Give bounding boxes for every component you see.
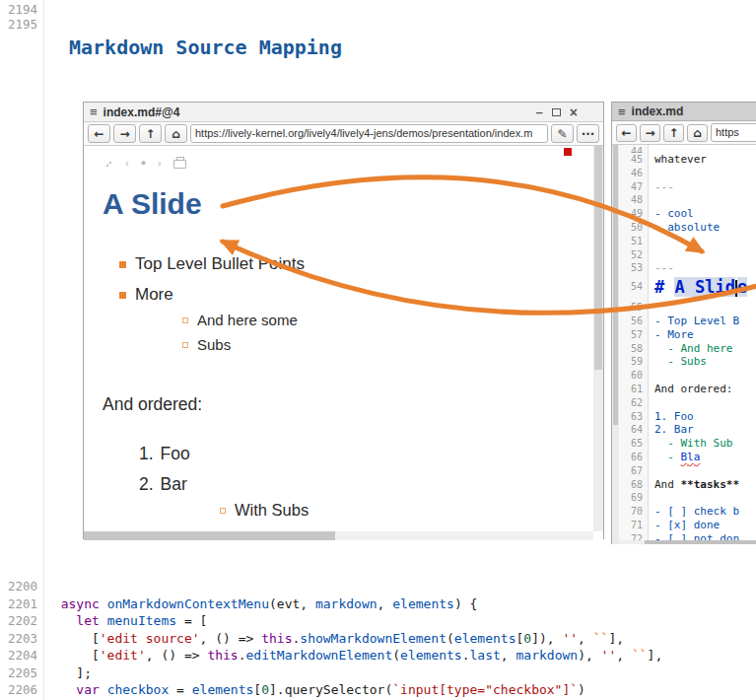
browser-window-source: ≡ index.md ← → ↑ ⌂ https 4445whatever464… — [611, 102, 756, 544]
minimize-icon[interactable]: – — [536, 108, 543, 116]
outer-code-editor[interactable]: async onMarkdownContextMenu(evt, markdow… — [45, 578, 756, 699]
list-number: 2. — [139, 474, 154, 495]
list-item-label: Bar — [161, 474, 187, 495]
line-number: 2203 — [0, 630, 37, 648]
code-line — [45, 578, 756, 595]
paragraph: And ordered: — [103, 394, 202, 415]
source-line: 60 — [619, 369, 756, 383]
print-icon[interactable] — [173, 160, 186, 169]
line-number: 63 — [619, 410, 649, 424]
up-button[interactable]: ↑ — [139, 124, 162, 143]
horizontal-scrollbar[interactable] — [619, 540, 756, 544]
source-lines: 4445whatever4647---4849- cool50 absolute… — [619, 145, 756, 544]
list-item-label: Subs — [197, 336, 231, 353]
list-item: Subs — [182, 336, 231, 353]
code-line: ]; — [45, 665, 756, 682]
unsaved-indicator — [564, 148, 572, 156]
line-number: 2205 — [0, 665, 37, 682]
slide-dot-icon[interactable]: ● — [141, 158, 146, 168]
horizontal-scrollbar[interactable] — [84, 531, 593, 540]
list-item-label: Foo — [161, 444, 190, 464]
outer-gutter-bottom: 2200220122022203220422052206 — [0, 578, 37, 699]
vertical-scrollbar[interactable] — [612, 145, 619, 544]
up-button[interactable]: ↑ — [663, 124, 684, 142]
window-titlebar[interactable]: ≡ index.md#@4 – × — [84, 103, 603, 122]
code-line: var checkbox = elements[0].querySelector… — [45, 681, 756, 699]
line-number: 67 — [619, 464, 649, 478]
source-editor-area[interactable]: 4445whatever4647---4849- cool50 absolute… — [612, 145, 756, 544]
prev-slide-icon[interactable]: ‹ — [125, 157, 129, 169]
source-line: 49- cool — [619, 207, 756, 221]
bullet-square-icon — [119, 292, 126, 299]
source-line: 65 - With Sub — [619, 437, 756, 451]
list-item: With Subs — [220, 501, 309, 520]
scrollbar-thumb[interactable] — [594, 146, 602, 370]
line-number: 51 — [619, 235, 649, 248]
back-button[interactable]: ← — [616, 124, 637, 142]
close-icon[interactable]: × — [570, 105, 578, 120]
menu-icon[interactable]: ≡ — [90, 105, 98, 119]
source-line: 67 — [619, 464, 756, 478]
source-line: 62 — [619, 396, 756, 410]
embedded-screenshot: ≡ index.md#@4 – × ← → ↑ ⌂ https://lively… — [83, 102, 756, 544]
line-number: 2206 — [0, 681, 37, 699]
edit-button[interactable]: ✎ — [551, 124, 574, 143]
home-button[interactable]: ⌂ — [687, 124, 708, 142]
navigation-bar: ← → ↑ ⌂ https://lively-kernel.org/lively… — [84, 122, 603, 146]
list-item-label: And here some — [197, 312, 298, 328]
source-line: 69 — [619, 491, 756, 505]
forward-button[interactable]: → — [113, 124, 136, 143]
list-item-label: Top Level Bullet Points — [135, 254, 305, 274]
source-line: 54# A Slide — [619, 275, 756, 301]
source-line: 48 — [619, 193, 756, 207]
line-number: 65 — [619, 437, 649, 451]
source-line: 70- [ ] check b — [619, 505, 756, 519]
line-number: 47 — [619, 180, 649, 194]
line-number: 71 — [619, 519, 649, 532]
ordered-list-item: 1. Foo — [139, 444, 190, 464]
line-number: 2202 — [0, 612, 37, 630]
browser-window-rendered: ≡ index.md#@4 – × ← → ↑ ⌂ https://lively… — [83, 102, 604, 539]
source-line: 50 absolute — [619, 221, 756, 235]
line-number: 56 — [619, 315, 649, 328]
more-button[interactable]: ··· — [577, 124, 599, 143]
scrollbar-thumb[interactable] — [645, 540, 756, 544]
url-input[interactable]: https://lively-kernel.org/lively4/lively… — [190, 124, 548, 143]
rendered-slide-area[interactable]: ↔ ‹ ● › A Slide Top Level Bullet Points … — [84, 146, 603, 540]
line-number: 2204 — [0, 647, 37, 665]
scrollbar-thumb[interactable] — [613, 145, 618, 425]
line-number: 2194 — [0, 2, 37, 17]
code-line: async onMarkdownContextMenu(evt, markdow… — [45, 595, 756, 613]
next-slide-icon[interactable]: › — [158, 157, 162, 169]
url-input[interactable]: https — [711, 123, 756, 142]
forward-button[interactable]: → — [640, 124, 660, 142]
back-button[interactable]: ← — [88, 124, 110, 143]
window-titlebar[interactable]: ≡ index.md — [612, 103, 756, 121]
line-number: 50 — [619, 221, 649, 235]
source-line: 47--- — [619, 180, 756, 194]
fullscreen-icon[interactable]: ↔ — [99, 154, 116, 172]
menu-icon[interactable]: ≡ — [618, 105, 626, 119]
line-number: 68 — [619, 478, 649, 492]
source-line: 51 — [619, 235, 756, 248]
home-button[interactable]: ⌂ — [165, 124, 187, 143]
source-line: 642. Bar — [619, 423, 756, 437]
list-number: 1. — [139, 444, 154, 464]
list-item: And here some — [182, 312, 298, 328]
source-line: 46 — [619, 167, 756, 180]
slide-title: A Slide — [103, 187, 202, 221]
lively-editor-page: 2194 2195 2200220122022203220422052206 M… — [0, 0, 756, 700]
source-line: 52 — [619, 248, 756, 262]
vertical-scrollbar[interactable] — [593, 146, 603, 531]
source-line: 68And **tasks** — [619, 478, 756, 492]
code-line: ['edit', () => this.editMarkdownElement(… — [45, 647, 756, 665]
source-line: 66 - Bla — [619, 451, 756, 464]
line-number: 60 — [619, 369, 649, 383]
list-item-label: More — [135, 285, 173, 305]
line-number: 64 — [619, 423, 649, 437]
maximize-icon[interactable] — [552, 108, 561, 116]
line-number: 59 — [619, 355, 649, 369]
bullet-outline-square-icon — [182, 342, 188, 348]
window-title: index.md#@4 — [103, 105, 180, 119]
scrollbar-thumb[interactable] — [84, 531, 335, 540]
